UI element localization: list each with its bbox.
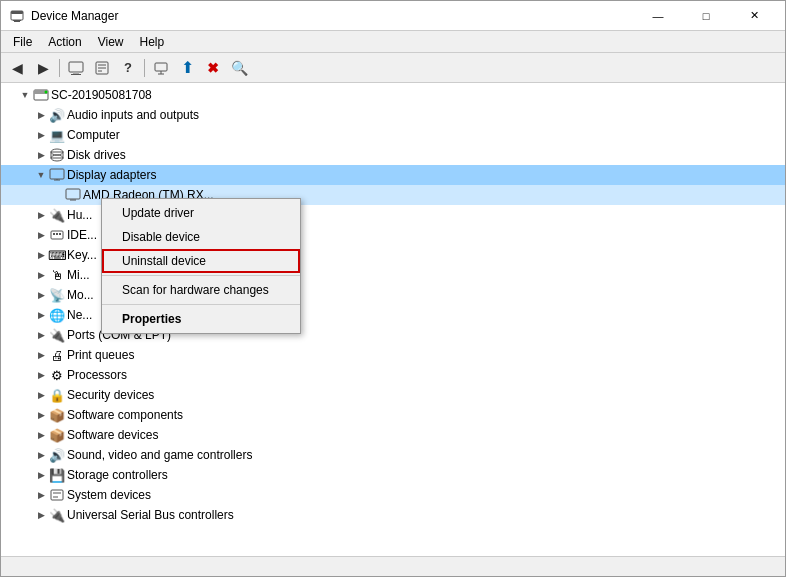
sw-comp-label: Software components	[67, 408, 183, 422]
close-button[interactable]: ✕	[731, 1, 777, 31]
usb-expander[interactable]: ▶	[33, 507, 49, 523]
ide-icon	[49, 227, 65, 243]
tree-item-sound[interactable]: ▶ 🔊 Sound, video and game controllers	[1, 445, 785, 465]
svg-rect-29	[51, 490, 63, 500]
disk-expander[interactable]: ▶	[33, 147, 49, 163]
ne-expander[interactable]: ▶	[33, 307, 49, 323]
mo-icon: 📡	[49, 287, 65, 303]
hu-expander[interactable]: ▶	[33, 207, 49, 223]
disk-icon	[49, 147, 65, 163]
tree-item-display[interactable]: ▼ Display adapters	[1, 165, 785, 185]
audio-label: Audio inputs and outputs	[67, 108, 199, 122]
security-icon: 🔒	[49, 387, 65, 403]
key-icon: ⌨	[49, 247, 65, 263]
toolbar-separator-2	[144, 59, 145, 77]
storage-expander[interactable]: ▶	[33, 467, 49, 483]
uninstall-button[interactable]: ✖	[201, 56, 225, 80]
ide-label: IDE...	[67, 228, 97, 242]
root-expander[interactable]: ▼	[17, 87, 33, 103]
menu-view[interactable]: View	[90, 33, 132, 51]
security-expander[interactable]: ▶	[33, 387, 49, 403]
scan-hardware-button[interactable]: 🔍	[227, 56, 251, 80]
sound-expander[interactable]: ▶	[33, 447, 49, 463]
ide-expander[interactable]: ▶	[33, 227, 49, 243]
print-expander[interactable]: ▶	[33, 347, 49, 363]
tree-item-audio[interactable]: ▶ 🔊 Audio inputs and outputs	[1, 105, 785, 125]
tree-root[interactable]: ▼ SC-201905081708	[1, 85, 785, 105]
menu-file[interactable]: File	[5, 33, 40, 51]
toolbar-separator-1	[59, 59, 60, 77]
display-icon	[49, 167, 65, 183]
window-icon	[9, 8, 25, 24]
device-manager-button[interactable]	[64, 56, 88, 80]
usb-icon: 🔌	[49, 507, 65, 523]
maximize-button[interactable]: □	[683, 1, 729, 31]
svg-rect-3	[13, 20, 21, 21]
tree-item-sw-dev[interactable]: ▶ 📦 Software devices	[1, 425, 785, 445]
root-icon	[33, 87, 49, 103]
sw-dev-expander[interactable]: ▶	[33, 427, 49, 443]
tree-item-security[interactable]: ▶ 🔒 Security devices	[1, 385, 785, 405]
proc-expander[interactable]: ▶	[33, 367, 49, 383]
title-bar: Device Manager — □ ✕	[1, 1, 785, 31]
svg-rect-5	[71, 74, 81, 75]
audio-icon: 🔊	[49, 107, 65, 123]
ctx-scan-hardware[interactable]: Scan for hardware changes	[102, 278, 300, 302]
usb-label: Universal Serial Bus controllers	[67, 508, 234, 522]
back-button[interactable]: ◀	[5, 56, 29, 80]
mo-expander[interactable]: ▶	[33, 287, 49, 303]
tree-item-print[interactable]: ▶ 🖨 Print queues	[1, 345, 785, 365]
svg-rect-28	[59, 233, 61, 235]
device-manager-window: Device Manager — □ ✕ File Action View He…	[0, 0, 786, 577]
disk-label: Disk drives	[67, 148, 126, 162]
storage-icon: 💾	[49, 467, 65, 483]
minimize-button[interactable]: —	[635, 1, 681, 31]
sw-dev-icon: 📦	[49, 427, 65, 443]
hu-icon: 🔌	[49, 207, 65, 223]
context-menu: Update driver Disable device Uninstall d…	[101, 198, 301, 334]
tree-item-storage[interactable]: ▶ 💾 Storage controllers	[1, 465, 785, 485]
ctx-update-driver[interactable]: Update driver	[102, 201, 300, 225]
ne-label: Ne...	[67, 308, 92, 322]
menu-help[interactable]: Help	[132, 33, 173, 51]
tree-item-system[interactable]: ▶ System devices	[1, 485, 785, 505]
computer-expander[interactable]: ▶	[33, 127, 49, 143]
key-label: Key...	[67, 248, 97, 262]
help-button[interactable]: ?	[116, 56, 140, 80]
ctx-uninstall-device[interactable]: Uninstall device	[102, 249, 300, 273]
tree-item-disk[interactable]: ▶ Disk drives	[1, 145, 785, 165]
tree-item-usb[interactable]: ▶ 🔌 Universal Serial Bus controllers	[1, 505, 785, 525]
svg-rect-20	[50, 169, 64, 179]
tree-item-computer[interactable]: ▶ 💻 Computer	[1, 125, 785, 145]
update-driver-button[interactable]: ⬆	[175, 56, 199, 80]
mi-expander[interactable]: ▶	[33, 267, 49, 283]
ctx-properties[interactable]: Properties	[102, 307, 300, 331]
window-controls: — □ ✕	[635, 1, 777, 31]
tree-item-sw-comp[interactable]: ▶ 📦 Software components	[1, 405, 785, 425]
svg-rect-23	[66, 189, 80, 199]
uninstall-label: Uninstall device	[122, 254, 206, 268]
sound-icon: 🔊	[49, 447, 65, 463]
svg-rect-27	[56, 233, 58, 235]
sw-comp-icon: 📦	[49, 407, 65, 423]
ports-expander[interactable]: ▶	[33, 327, 49, 343]
computer-label: Computer	[67, 128, 120, 142]
sw-comp-expander[interactable]: ▶	[33, 407, 49, 423]
tree-item-proc[interactable]: ▶ ⚙ Processors	[1, 365, 785, 385]
system-expander[interactable]: ▶	[33, 487, 49, 503]
properties-button[interactable]	[90, 56, 114, 80]
display-expander[interactable]: ▼	[33, 167, 49, 183]
main-content: ▼ SC-201905081708 ▶ 🔊 Audio inputs and o…	[1, 83, 785, 556]
sw-dev-label: Software devices	[67, 428, 158, 442]
forward-button[interactable]: ▶	[31, 56, 55, 80]
audio-expander[interactable]: ▶	[33, 107, 49, 123]
ne-icon: 🌐	[49, 307, 65, 323]
mi-label: Mi...	[67, 268, 90, 282]
ports-icon: 🔌	[49, 327, 65, 343]
svg-rect-11	[155, 63, 167, 71]
menu-action[interactable]: Action	[40, 33, 89, 51]
toolbar: ◀ ▶ ? ⬆ ✖	[1, 53, 785, 83]
computer-button[interactable]	[149, 56, 173, 80]
system-label: System devices	[67, 488, 151, 502]
ctx-disable-device[interactable]: Disable device	[102, 225, 300, 249]
